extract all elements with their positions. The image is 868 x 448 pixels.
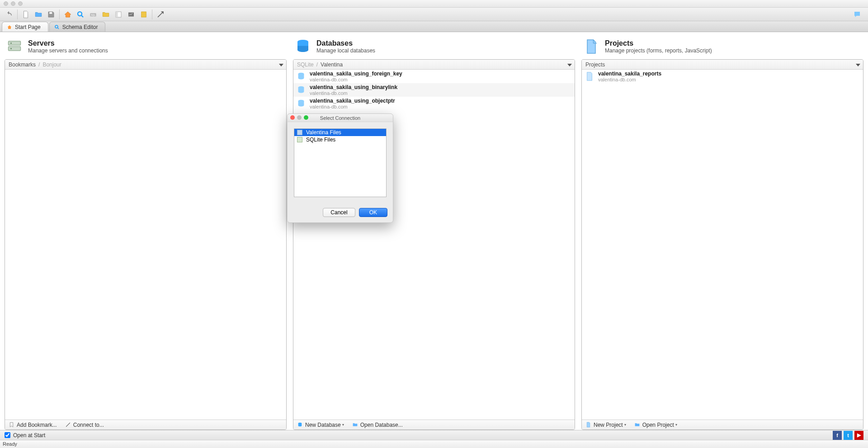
dialog-close[interactable] <box>290 115 295 120</box>
select-connection-dialog: Select Connection Valentina Files SQLite… <box>287 113 393 223</box>
dialog-min <box>297 115 302 120</box>
file-type-icon <box>297 130 302 135</box>
connection-option-sqlite[interactable]: SQLite Files <box>294 136 386 143</box>
connection-listbox[interactable]: Valentina Files SQLite Files <box>294 128 387 197</box>
dialog-max[interactable] <box>304 115 308 120</box>
file-type-icon <box>297 137 302 142</box>
dialog-title: Select Connection <box>320 115 360 121</box>
connection-option-valentina[interactable]: Valentina Files <box>294 129 386 136</box>
cancel-button[interactable]: Cancel <box>323 208 355 217</box>
ok-button[interactable]: OK <box>359 208 387 217</box>
dialog-titlebar: Select Connection <box>288 114 393 122</box>
modal-overlay: Select Connection Valentina Files SQLite… <box>0 0 868 448</box>
